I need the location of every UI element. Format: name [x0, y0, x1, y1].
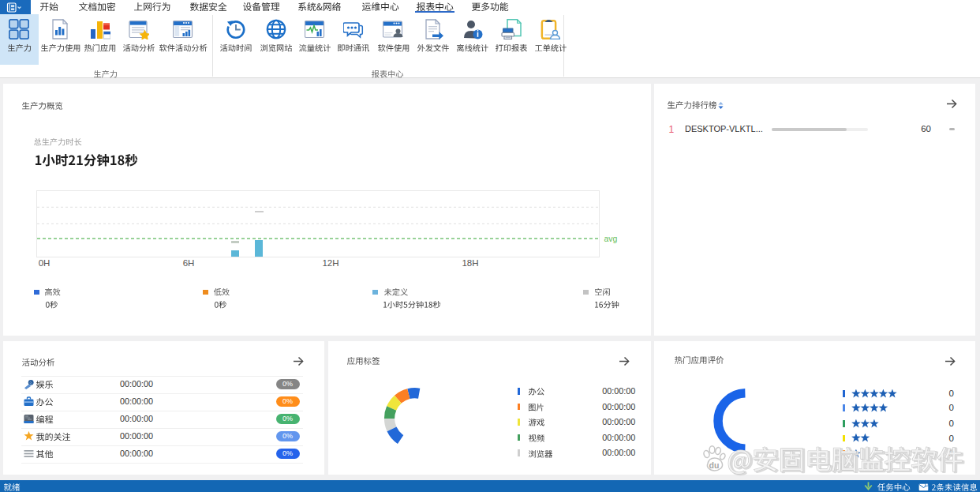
svg-text:du: du: [709, 460, 720, 470]
